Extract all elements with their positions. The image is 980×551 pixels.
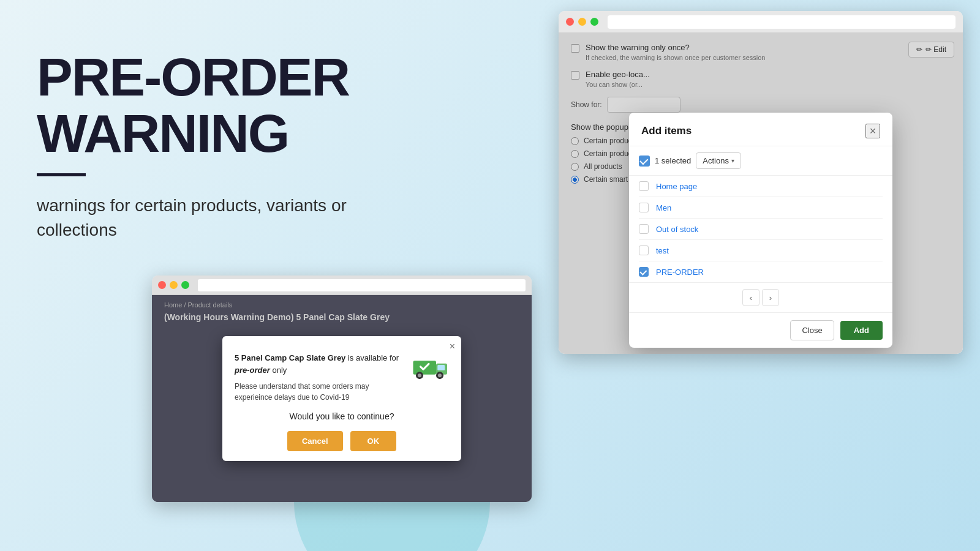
only-text: only [272,365,287,375]
pagination-next-button[interactable]: › [762,289,779,306]
item-link-out-of-stock[interactable]: Out of stock [656,225,698,234]
list-item: PRE-ORDER [639,261,883,282]
item-checkbox-out-of-stock[interactable] [639,224,649,234]
small-browser-titlebar [152,276,532,295]
pagination-prev-button[interactable]: ‹ [742,289,760,306]
storefront-browser-window: Home / Product details (Working Hours Wa… [152,276,532,502]
warning-popup-top: 5 Panel Camp Cap Slate Grey is available… [235,352,449,403]
item-link-home-page[interactable]: Home page [656,182,697,191]
product-name-bold: 5 Panel Camp Cap Slate Grey [235,353,345,362]
warning-sub-text: Please understand that some orders may e… [235,381,404,403]
warning-close-icon[interactable]: × [450,341,455,352]
browser-maximize-button[interactable] [590,18,598,26]
modal-toolbar: 1 selected Actions ▾ [629,146,892,176]
item-checkbox-pre-order[interactable] [639,267,649,277]
product-title: (Working Hours Warning Demo) 5 Panel Cap… [164,312,390,322]
svg-rect-2 [437,365,445,370]
truck-icon [412,352,449,383]
modal-pagination: ‹ › [629,282,892,312]
small-browser-maximize-button[interactable] [181,281,189,289]
warning-popup: × 5 Panel Camp Cap Slate Grey is availab… [222,336,461,461]
chevron-down-icon: ▾ [731,157,734,164]
browser-close-button[interactable] [566,18,574,26]
main-title: PRE-ORDER WARNING [37,49,417,162]
actions-dropdown[interactable]: Actions ▾ [696,152,741,169]
selection-checkbox[interactable] [639,156,650,167]
list-item: Home page [639,176,883,197]
small-browser-close-button[interactable] [158,281,166,289]
modal-overlay: Add items × 1 selected Actions ▾ Home pa… [559,33,963,354]
list-item: test [639,240,883,261]
browser-minimize-button[interactable] [578,18,586,26]
warning-question: Would you like to continue? [235,411,449,421]
warning-popup-body: 5 Panel Camp Cap Slate Grey is available… [222,352,461,461]
svg-point-6 [438,373,442,377]
pre-order-text: pre-order [235,365,270,375]
item-checkbox-men[interactable] [639,203,649,212]
divider-line [37,173,86,176]
modal-items-list: Home page Men Out of stock test [629,176,892,282]
list-item: Men [639,197,883,219]
warning-main-text: 5 Panel Camp Cap Slate Grey is available… [235,352,404,376]
svg-point-4 [418,373,421,377]
browser-url-bar[interactable] [608,15,956,29]
modal-title: Add items [641,125,692,137]
subtitle-text: warnings for certain products, variants … [37,193,417,243]
modal-header: Add items × [629,113,892,146]
selected-count: 1 selected [655,156,691,165]
modal-footer: Close Add [629,312,892,348]
available-text: is available for [348,353,399,362]
warning-popup-header: × [222,336,461,352]
modal-close-action-button[interactable]: Close [790,320,834,340]
browser-titlebar [559,11,963,33]
browser-content: ✏ ✏ Edit Show the warning only once? If … [559,33,963,354]
warning-ok-button[interactable]: OK [350,431,397,451]
modal-add-button[interactable]: Add [840,321,883,340]
small-browser-minimize-button[interactable] [170,281,178,289]
item-checkbox-home-page[interactable] [639,181,649,191]
modal-close-button[interactable]: × [865,124,880,138]
admin-browser-window: ✏ ✏ Edit Show the warning only once? If … [559,11,963,354]
item-link-pre-order[interactable]: PRE-ORDER [656,268,704,277]
add-items-modal: Add items × 1 selected Actions ▾ Home pa… [629,113,892,348]
breadcrumb: Home / Product details [164,301,232,309]
item-checkbox-test[interactable] [639,246,649,255]
actions-label: Actions [703,156,729,165]
list-item: Out of stock [639,219,883,240]
item-link-test[interactable]: test [656,246,669,255]
storefront-content: Home / Product details (Working Hours Wa… [152,295,532,502]
item-link-men[interactable]: Men [656,203,671,212]
small-browser-url-bar[interactable] [198,279,526,291]
left-content: PRE-ORDER WARNING warnings for certain p… [37,49,417,243]
warning-cancel-button[interactable]: Cancel [287,431,343,451]
warning-buttons: Cancel OK [235,431,449,451]
